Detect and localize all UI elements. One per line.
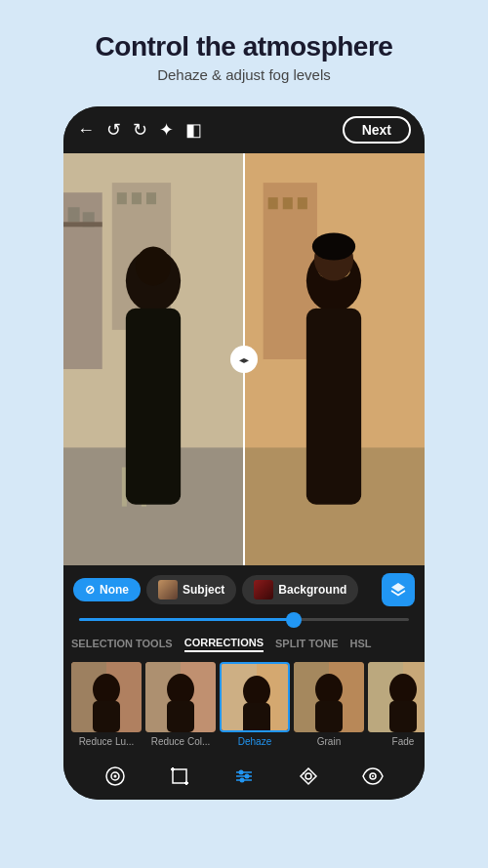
tab-hsl[interactable]: HSL <box>350 636 372 651</box>
svg-rect-2 <box>68 207 80 222</box>
compare-icon[interactable]: ◧ <box>185 119 202 141</box>
svg-rect-24 <box>306 309 361 505</box>
correction-thumb-dehaze <box>220 662 290 732</box>
svg-point-67 <box>372 775 374 777</box>
correction-label-fade: Fade <box>392 736 415 747</box>
slider-fill <box>79 618 294 621</box>
correction-thumb-reduce-col <box>145 662 216 732</box>
nav-icon-adjust[interactable] <box>230 763 258 790</box>
tab-selection-tools[interactable]: SELECTION TOOLS <box>71 636 173 651</box>
slider-thumb[interactable] <box>286 612 302 628</box>
svg-rect-17 <box>268 197 278 209</box>
svg-rect-49 <box>389 701 417 732</box>
image-after <box>244 153 425 565</box>
svg-point-65 <box>303 772 305 774</box>
correction-thumb-reduce-lu <box>71 662 142 732</box>
svg-point-36 <box>167 674 194 705</box>
svg-point-61 <box>239 770 244 775</box>
svg-point-29 <box>312 232 355 260</box>
next-button[interactable]: Next <box>343 116 411 144</box>
correction-grain[interactable]: Grain <box>294 662 364 747</box>
undo-icon[interactable]: ↺ <box>106 119 121 141</box>
selection-bar: ⊘ None Subject Background <box>63 565 425 614</box>
page-subtitle: Dehaze & adjust fog levels <box>96 66 393 83</box>
tab-split-tone[interactable]: SPLIT TONE <box>275 636 339 651</box>
correction-reduce-luminance[interactable]: Reduce Lu... <box>71 662 142 747</box>
svg-point-63 <box>240 778 245 783</box>
svg-point-32 <box>93 674 120 705</box>
svg-rect-41 <box>243 703 270 732</box>
svg-point-48 <box>389 674 417 705</box>
svg-rect-45 <box>315 701 343 732</box>
correction-thumb-grain <box>294 662 364 732</box>
svg-point-40 <box>243 676 270 707</box>
nav-icon-heal[interactable] <box>295 763 322 790</box>
page-title: Control the atmosphere <box>96 31 393 62</box>
svg-rect-6 <box>117 192 127 204</box>
subject-thumb <box>158 580 178 599</box>
correction-thumb-fade <box>368 662 425 732</box>
svg-point-52 <box>114 775 117 778</box>
background-button[interactable]: Background <box>242 575 358 604</box>
correction-dehaze[interactable]: Dehaze <box>220 662 290 747</box>
split-handle[interactable]: ◂▸ <box>230 346 258 373</box>
topbar: ← ↺ ↻ ✦ ◧ Next <box>63 106 425 153</box>
image-preview: ◂▸ <box>63 153 425 565</box>
header-section: Control the atmosphere Dehaze & adjust f… <box>96 31 393 83</box>
phone-frame: ← ↺ ↻ ✦ ◧ Next <box>63 106 425 800</box>
svg-rect-33 <box>93 701 120 732</box>
svg-point-44 <box>315 674 343 705</box>
nav-icon-crop[interactable] <box>166 763 193 790</box>
svg-rect-8 <box>146 192 156 204</box>
subject-button[interactable]: Subject <box>146 575 236 604</box>
bottom-nav <box>63 753 425 800</box>
correction-label-dehaze: Dehaze <box>238 736 271 747</box>
nav-icon-camera[interactable] <box>102 763 129 790</box>
tab-corrections[interactable]: CORRECTIONS <box>184 635 264 652</box>
layers-button[interactable] <box>382 573 415 606</box>
svg-rect-7 <box>132 192 142 204</box>
svg-point-64 <box>305 773 311 779</box>
slider-track[interactable] <box>79 618 409 621</box>
svg-point-14 <box>136 246 171 285</box>
svg-rect-37 <box>167 701 194 732</box>
svg-point-62 <box>245 774 250 779</box>
tabs-row: SELECTION TOOLS CORRECTIONS SPLIT TONE H… <box>63 629 425 658</box>
background-thumb <box>254 580 273 599</box>
image-before <box>63 153 244 565</box>
svg-rect-18 <box>283 197 293 209</box>
correction-reduce-color[interactable]: Reduce Col... <box>145 662 216 747</box>
correction-label-reduce-lu: Reduce Lu... <box>79 736 135 747</box>
nav-icon-eye[interactable] <box>359 763 386 790</box>
redo-icon[interactable]: ↻ <box>133 119 147 141</box>
none-button[interactable]: ⊘ None <box>73 578 141 601</box>
corrections-strip: Reduce Lu... Reduce Col... <box>63 658 425 753</box>
back-icon[interactable]: ← <box>77 120 95 141</box>
correction-label-reduce-col: Reduce Col... <box>151 736 211 747</box>
no-selection-icon: ⊘ <box>85 583 95 597</box>
correction-label-grain: Grain <box>317 736 341 747</box>
svg-rect-13 <box>126 309 181 505</box>
magic-icon[interactable]: ✦ <box>159 119 174 141</box>
correction-fade[interactable]: Fade <box>368 662 425 747</box>
svg-rect-19 <box>298 197 307 209</box>
slider-section <box>63 614 425 629</box>
svg-rect-53 <box>173 769 186 783</box>
svg-rect-4 <box>63 222 102 227</box>
